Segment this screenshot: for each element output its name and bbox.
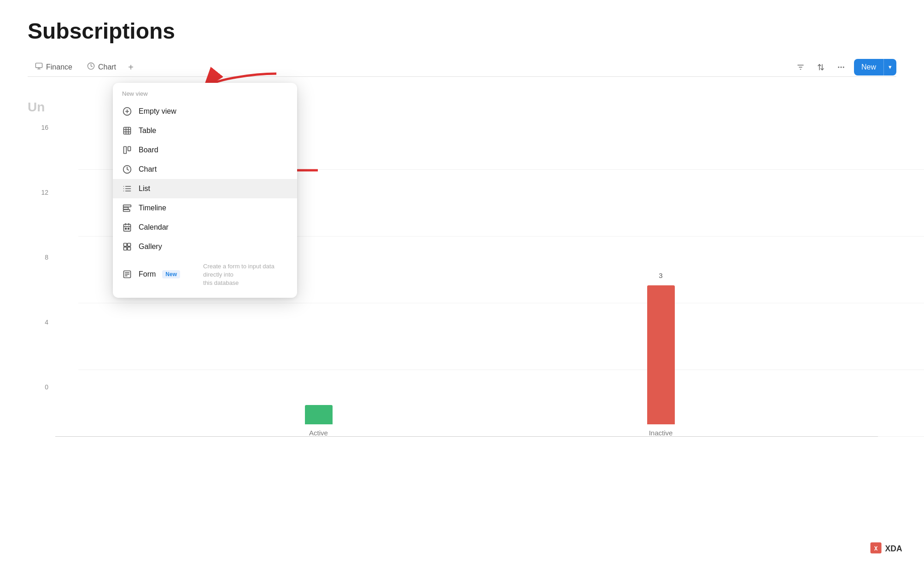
form-item-top: Form New (122, 269, 180, 279)
dropdown-item-chart[interactable]: Chart (113, 160, 297, 179)
dropdown-item-form-label: Form (139, 270, 156, 278)
timeline-icon (122, 203, 132, 213)
dropdown-header: New view (113, 87, 297, 102)
form-icon (122, 269, 132, 279)
x-label-inactive: Inactive (649, 429, 673, 437)
new-view-dropdown: New view Empty view Table (113, 83, 297, 298)
dropdown-item-calendar-label: Calendar (139, 223, 169, 231)
svg-rect-21 (128, 147, 131, 151)
add-tab-button[interactable]: + (123, 60, 138, 75)
plus-circle-icon (122, 106, 132, 116)
svg-rect-41 (128, 247, 131, 250)
tab-chart-label: Chart (98, 63, 116, 71)
svg-point-10 (841, 67, 842, 68)
svg-point-11 (843, 67, 844, 68)
dropdown-item-list[interactable]: List (113, 179, 297, 198)
more-button[interactable] (834, 60, 848, 75)
dropdown-item-timeline[interactable]: Timeline (113, 198, 297, 218)
dropdown-item-board[interactable]: Board (113, 140, 297, 160)
form-new-badge: New (162, 270, 180, 278)
svg-rect-32 (124, 224, 131, 231)
tab-finance[interactable]: Finance (28, 58, 80, 76)
tab-bar: Finance Chart + (28, 58, 896, 77)
dropdown-item-calendar[interactable]: Calendar (113, 218, 297, 237)
y-label-12: 12 (35, 189, 48, 196)
dropdown-item-chart-label: Chart (139, 165, 157, 174)
xda-logo: X XDA (869, 539, 915, 558)
tab-chart[interactable]: Chart (80, 58, 123, 76)
filter-button[interactable] (793, 60, 808, 75)
y-label-8: 8 (35, 254, 48, 261)
list-icon (122, 184, 132, 194)
svg-text:XDA: XDA (885, 544, 902, 553)
svg-point-9 (838, 67, 839, 68)
calendar-icon (122, 222, 132, 232)
dropdown-item-gallery[interactable]: Gallery (113, 237, 297, 256)
board-icon (122, 145, 132, 155)
dropdown-item-empty-label: Empty view (139, 107, 176, 116)
plus-icon: + (128, 63, 134, 72)
x-label-active: Active (309, 429, 328, 437)
y-label-0: 0 (35, 383, 48, 391)
y-label-16: 16 (35, 124, 48, 131)
form-description: Create a form to input data directly int… (187, 262, 288, 288)
new-btn-chevron: ▾ (884, 60, 896, 74)
tab-bar-actions: New ▾ (793, 59, 896, 75)
page-title: Subscriptions (28, 18, 896, 44)
dropdown-item-table[interactable]: Table (113, 121, 297, 140)
chart-icon (122, 164, 132, 174)
svg-rect-36 (125, 228, 127, 230)
dropdown-item-timeline-label: Timeline (139, 204, 166, 212)
xda-watermark: X XDA (869, 539, 915, 558)
sort-button[interactable] (813, 60, 828, 75)
dropdown-item-table-label: Table (139, 127, 156, 135)
svg-rect-38 (124, 243, 127, 247)
dropdown-item-board-label: Board (139, 146, 158, 154)
dropdown-item-form[interactable]: Form New Create a form to input data dir… (113, 256, 297, 294)
bar-group-inactive: 3 Inactive (490, 285, 832, 437)
tab-finance-label: Finance (46, 63, 72, 71)
svg-text:X: X (874, 545, 878, 552)
new-button[interactable]: New ▾ (854, 59, 896, 75)
y-label-4: 4 (35, 318, 48, 326)
bar-active (305, 405, 333, 424)
svg-rect-0 (35, 63, 42, 68)
new-button-label: New (854, 59, 883, 75)
bar-value-inactive: 3 (659, 272, 662, 279)
svg-rect-20 (124, 147, 127, 154)
svg-rect-30 (123, 207, 129, 209)
dropdown-item-list-label: List (139, 185, 150, 193)
chart-icon-tab (87, 62, 95, 72)
svg-rect-29 (123, 205, 131, 207)
bar-group-active: Active (147, 405, 490, 437)
svg-rect-39 (128, 243, 131, 247)
dropdown-item-gallery-label: Gallery (139, 243, 162, 251)
bar-inactive (647, 285, 675, 424)
dropdown-item-empty[interactable]: Empty view (113, 102, 297, 121)
table-icon (122, 126, 132, 136)
svg-rect-31 (123, 209, 130, 211)
svg-rect-15 (124, 127, 131, 134)
svg-rect-40 (124, 247, 127, 250)
gallery-icon (122, 242, 132, 252)
svg-rect-37 (128, 228, 129, 230)
y-axis: 0 4 8 12 16 (35, 124, 48, 391)
finance-icon (35, 62, 43, 72)
